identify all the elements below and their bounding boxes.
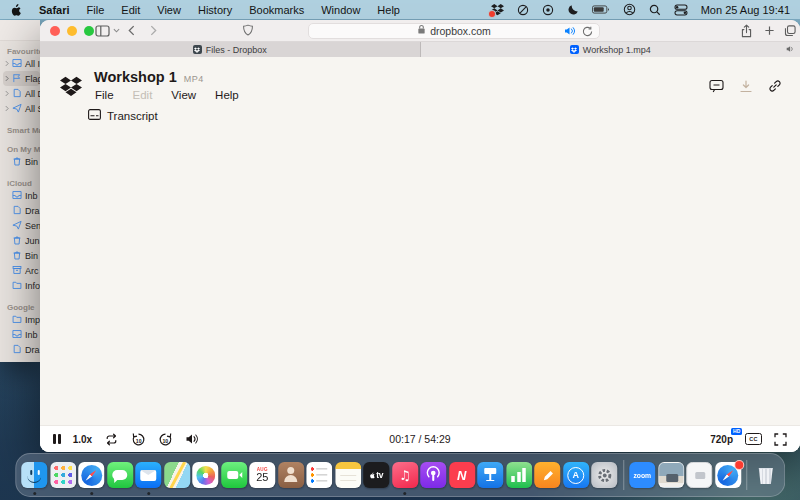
mail-item-info-folder[interactable]: Info bbox=[3, 278, 40, 293]
menu-edit[interactable]: Edit bbox=[121, 4, 140, 16]
reload-icon[interactable] bbox=[582, 26, 593, 39]
control-center-icon[interactable] bbox=[674, 4, 688, 16]
menu-history[interactable]: History bbox=[198, 4, 232, 16]
tab-workshop-mp4[interactable]: Workshop 1.mp4 bbox=[421, 42, 800, 57]
forward-icon[interactable] bbox=[150, 23, 157, 38]
dock-mail[interactable] bbox=[135, 454, 161, 496]
player-menu-help[interactable]: Help bbox=[215, 89, 239, 101]
lock-icon bbox=[417, 24, 426, 37]
mail-item-all-inboxes[interactable]: All In bbox=[3, 56, 40, 71]
back-icon[interactable] bbox=[128, 23, 135, 38]
close-window-button[interactable] bbox=[50, 26, 60, 36]
dock-keynote[interactable] bbox=[477, 454, 503, 496]
dock-calendar[interactable]: AUG25 bbox=[249, 454, 275, 496]
fullscreen-icon[interactable] bbox=[774, 433, 787, 446]
dock-tv[interactable]: tv bbox=[363, 454, 389, 496]
tab-files-dropbox[interactable]: Files - Dropbox bbox=[40, 42, 421, 57]
dock-notes[interactable] bbox=[335, 454, 361, 496]
mail-section-icloud: iCloud bbox=[3, 175, 40, 188]
dock-minimized-window-1[interactable] bbox=[658, 454, 684, 496]
mail-item-drafts[interactable]: Dra bbox=[3, 203, 40, 218]
share-icon[interactable] bbox=[740, 23, 753, 38]
mail-item-all-sent[interactable]: All S bbox=[3, 101, 40, 116]
menu-view[interactable]: View bbox=[157, 4, 181, 16]
dock-contacts[interactable] bbox=[278, 454, 304, 496]
menu-app-name[interactable]: Safari bbox=[39, 4, 70, 16]
player-menu-file[interactable]: File bbox=[95, 89, 114, 101]
chevron-down-icon[interactable] bbox=[113, 23, 120, 38]
mail-item-bin-icloud[interactable]: Bin bbox=[3, 248, 40, 263]
minimize-window-button[interactable] bbox=[67, 26, 77, 36]
menu-window[interactable]: Window bbox=[321, 4, 360, 16]
dock-podcasts[interactable] bbox=[420, 454, 446, 496]
comment-icon[interactable] bbox=[709, 79, 724, 97]
dock-messages[interactable] bbox=[107, 454, 133, 496]
dock-photos[interactable] bbox=[192, 454, 218, 496]
tab-audio-icon[interactable] bbox=[786, 45, 795, 55]
dock-music[interactable]: ♫ bbox=[392, 454, 418, 496]
dock-numbers[interactable] bbox=[506, 454, 532, 496]
transcript-button[interactable]: Transcript bbox=[88, 109, 158, 122]
mail-window[interactable]: Favourites All In Flag All D All S Smart… bbox=[0, 20, 40, 362]
dock-safari-window[interactable] bbox=[715, 454, 741, 496]
playback-speed-button[interactable]: 1.0x bbox=[73, 434, 92, 445]
moon-icon[interactable] bbox=[567, 4, 579, 16]
dock-news[interactable]: N bbox=[449, 454, 475, 496]
mail-item-drafts-google[interactable]: Dra bbox=[3, 342, 40, 357]
mail-item-archive[interactable]: Arc bbox=[3, 263, 40, 278]
dock-system-settings[interactable] bbox=[591, 454, 617, 496]
podcasts-icon bbox=[420, 462, 446, 488]
mail-item-junk[interactable]: Jun bbox=[3, 233, 40, 248]
zoom-window-button[interactable] bbox=[84, 26, 94, 36]
volume-icon[interactable] bbox=[185, 433, 199, 445]
dock-safari[interactable] bbox=[78, 454, 104, 496]
sidebar-icon[interactable] bbox=[95, 23, 110, 38]
battery-icon[interactable] bbox=[592, 5, 610, 14]
dock-trash[interactable] bbox=[753, 454, 779, 496]
record-icon[interactable] bbox=[542, 4, 554, 16]
dock-reminders[interactable] bbox=[306, 454, 332, 496]
pause-icon[interactable] bbox=[53, 434, 61, 444]
menu-file[interactable]: File bbox=[87, 4, 105, 16]
mail-item-inbox[interactable]: Inb bbox=[3, 188, 40, 203]
dropbox-logo-icon[interactable] bbox=[60, 75, 82, 101]
dock-finder[interactable] bbox=[21, 454, 47, 496]
url-field[interactable]: dropbox.com bbox=[308, 23, 600, 39]
privacy-shield-icon[interactable] bbox=[242, 23, 254, 38]
chevron-right-icon[interactable] bbox=[5, 90, 9, 97]
tab-overview-icon[interactable] bbox=[784, 23, 796, 38]
new-tab-icon[interactable] bbox=[764, 23, 775, 38]
prohibited-icon[interactable] bbox=[517, 4, 529, 16]
dropbox-icon[interactable] bbox=[491, 3, 504, 16]
menu-bookmarks[interactable]: Bookmarks bbox=[249, 4, 304, 16]
search-icon[interactable] bbox=[649, 4, 661, 16]
dock-minimized-window-2[interactable] bbox=[686, 454, 712, 496]
dock-facetime[interactable] bbox=[221, 454, 247, 496]
user-icon[interactable] bbox=[623, 3, 636, 16]
forward-10-icon[interactable]: 10 bbox=[158, 432, 173, 447]
dock-zoom[interactable]: zoom bbox=[629, 454, 655, 496]
menu-clock[interactable]: Mon 25 Aug 19:41 bbox=[701, 4, 790, 16]
dock-launchpad[interactable] bbox=[50, 454, 76, 496]
link-icon[interactable] bbox=[768, 79, 782, 97]
quality-button[interactable]: 720pHD bbox=[710, 434, 733, 445]
chevron-right-icon[interactable] bbox=[5, 105, 9, 112]
chevron-right-icon[interactable] bbox=[5, 60, 9, 67]
dock-maps[interactable] bbox=[164, 454, 190, 496]
mail-item-flagged[interactable]: Flag bbox=[3, 71, 40, 86]
mail-item-all-drafts[interactable]: All D bbox=[3, 86, 40, 101]
loop-icon[interactable] bbox=[104, 433, 119, 446]
mail-item-inbox-google[interactable]: Inb bbox=[3, 327, 40, 342]
mail-item-important[interactable]: Imp bbox=[3, 312, 40, 327]
chevron-right-icon[interactable] bbox=[5, 75, 9, 82]
mail-item-bin[interactable]: Bin bbox=[3, 154, 40, 169]
player-menu-view[interactable]: View bbox=[171, 89, 196, 101]
rewind-10-icon[interactable]: 10 bbox=[131, 432, 146, 447]
dock-app-store[interactable]: A bbox=[563, 454, 589, 496]
cc-icon[interactable]: CC bbox=[745, 433, 762, 446]
mail-item-sent[interactable]: Sen bbox=[3, 218, 40, 233]
menu-help[interactable]: Help bbox=[377, 4, 400, 16]
apple-logo-icon[interactable] bbox=[10, 3, 22, 17]
dock-pages[interactable] bbox=[534, 454, 560, 496]
audio-playing-icon[interactable] bbox=[564, 26, 576, 38]
